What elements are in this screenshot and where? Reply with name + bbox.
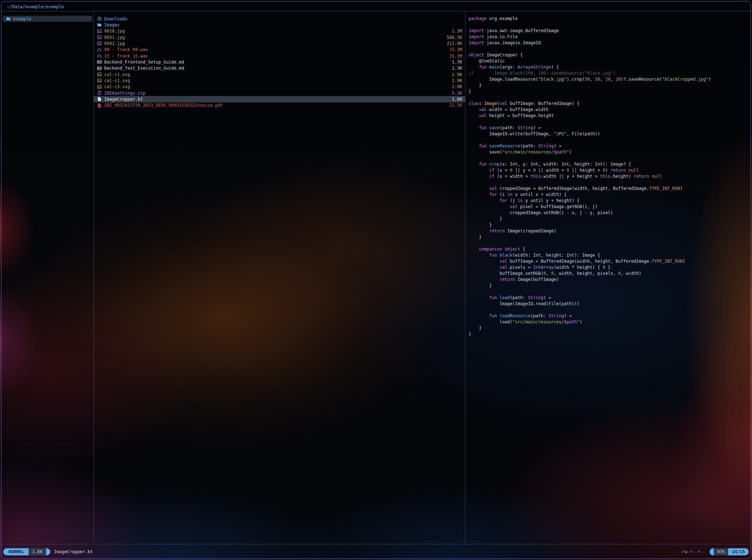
terminal-window: ~/Data/example/example example Downloads… <box>1 1 751 559</box>
code-line: Image(ImageIO.read(File(path))) <box>469 301 751 307</box>
file-row[interactable]: 0031.jpg586.3K <box>94 34 465 40</box>
status-bar: NORMAL 1.6K ImageCropper.kt -rw-r--r-- 9… <box>3 548 749 556</box>
file-name: SBI_0032013739_2023_DE05_0003155631Invoi… <box>104 103 449 108</box>
code-line: ImageIO.write(buffImage, "JPG", File(pat… <box>469 131 751 137</box>
file-name: cal-c2.svg <box>104 78 452 83</box>
code-line: val pixel = buffImage.getRGB(i, j) <box>469 204 751 210</box>
file-name: IDEAsettings.zip <box>104 91 452 96</box>
code-line: import javax.imageio.ImageIO <box>469 40 751 46</box>
code-line: package org.example <box>469 16 751 22</box>
code-line: buffImage.setRGB(0, 0, width, height, pi… <box>469 271 751 277</box>
file-row[interactable]: ImageCropper.kt1.6K <box>94 96 465 102</box>
preview-pane: package org.example import java.awt.imag… <box>465 11 751 544</box>
code-line: } <box>469 216 751 222</box>
file-name: example <box>13 16 92 21</box>
file-name: 0042.jpg <box>104 41 447 46</box>
file-size: 2.9K <box>452 78 462 83</box>
file-row[interactable]: Backend_Frontend_Setup_Guide.md1.7K <box>94 59 465 65</box>
download-icon <box>97 16 102 21</box>
file-row[interactable]: Downloads <box>94 16 465 22</box>
file-row[interactable]: 15 - Track 15.wav15.3M <box>94 53 465 59</box>
code-line: return Image(croppedImage) <box>469 228 751 234</box>
code-line <box>469 155 751 161</box>
file-size: 1.6K <box>452 97 462 102</box>
file-row[interactable]: Images <box>94 22 465 28</box>
code-line: class Image(val buffImage: BufferedImage… <box>469 101 751 107</box>
code-line <box>469 119 751 125</box>
file-name: cal-c3.svg <box>104 84 452 89</box>
file-row[interactable]: 09 - Track 09.wav15.3M <box>94 47 465 53</box>
code-line: save("src/main/resources/$path") <box>469 149 751 155</box>
file-row[interactable]: Backend_Test_Execution_Guide.md1.3K <box>94 65 465 71</box>
pdf-icon <box>97 103 102 108</box>
file-size: 1.3M <box>452 29 462 34</box>
code-line: } <box>469 331 751 337</box>
code-line: fun load(path: String) = <box>469 295 751 301</box>
powerline-cap-right <box>46 548 50 555</box>
file-size: 212.9K <box>447 41 462 46</box>
file-size: 1.3K <box>452 66 462 71</box>
file-row[interactable]: SBI_0032013739_2023_DE05_0003155631Invoi… <box>94 102 465 109</box>
code-line: import java.io.File <box>469 34 751 40</box>
code-line: if (x < 0 || y < 0 || width < 0 || heigh… <box>469 167 751 173</box>
code-line <box>469 240 751 246</box>
audio-icon <box>97 47 102 52</box>
file-row[interactable]: cal-c2.svg2.9K <box>94 77 465 84</box>
image-icon <box>97 35 102 40</box>
code-line: fun crop(x: Int, y: Int, width: Int, hei… <box>469 161 751 167</box>
current-directory-pane: DownloadsImages0028.jpg1.3M0031.jpg586.3… <box>94 11 465 544</box>
image-icon <box>97 78 102 83</box>
code-line: @JvmStatic <box>469 58 751 64</box>
archive-icon <box>97 91 102 95</box>
audio-icon <box>97 54 102 58</box>
file-name: Images <box>104 22 462 27</box>
code-line: fun main(args: Array<String>) { <box>469 64 751 70</box>
markdown-icon <box>97 60 102 64</box>
code-line: } <box>469 89 751 95</box>
screen: ~/Data/example/example example Downloads… <box>0 0 752 560</box>
file-size: 1.7K <box>452 60 462 65</box>
code-line: } <box>469 283 751 289</box>
code-line: object ImageCropper { <box>469 52 751 58</box>
file-name: cal-c1.svg <box>104 72 452 77</box>
code-line <box>469 289 751 295</box>
file-row[interactable]: IDEAsettings.zip5.2K <box>94 90 465 96</box>
file-name: Backend_Frontend_Setup_Guide.md <box>104 60 452 65</box>
file-size: 586.3K <box>447 35 462 40</box>
file-row[interactable]: example <box>3 16 92 22</box>
selected-file-name: ImageCropper.kt <box>54 549 92 554</box>
file-name: ImageCropper.kt <box>104 97 452 102</box>
file-name: Downloads <box>104 16 462 21</box>
code-line: val buffImage = BufferedImage(width, hei… <box>469 258 751 264</box>
file-size: 15.3M <box>449 54 462 59</box>
code-line: } <box>469 222 751 228</box>
code-line: if (x + width > this.width || y + height… <box>469 173 751 180</box>
file-size: 5.2K <box>452 91 462 96</box>
code-line: val pixels = IntArray(width * height) { … <box>469 264 751 271</box>
file-permissions: -rw-r--r-- <box>680 549 705 554</box>
file-icon <box>97 97 102 101</box>
code-preview: package org.example import java.awt.imag… <box>465 11 751 337</box>
code-line: // Image.black(100, 100).saveResource("b… <box>469 70 751 76</box>
code-line: } <box>469 325 751 331</box>
code-line: croppedImage.setRGB(i - x, j - y, pixel) <box>469 210 751 216</box>
scroll-percent: 93% <box>714 548 728 555</box>
code-line: fun saveResource(path: String) = <box>469 143 751 149</box>
file-row[interactable]: 0028.jpg1.3M <box>94 28 465 34</box>
code-line <box>469 180 751 186</box>
image-icon <box>97 29 102 34</box>
file-list: DownloadsImages0028.jpg1.3M0031.jpg586.3… <box>94 11 465 109</box>
code-line: companion object { <box>469 246 751 252</box>
code-line: fun save(path: String) = <box>469 125 751 131</box>
file-row[interactable]: 0042.jpg212.9K <box>94 40 465 46</box>
code-line <box>469 95 751 101</box>
cursor-position: 14/15 <box>728 548 749 555</box>
file-name: 15 - Track 15.wav <box>104 54 449 59</box>
folder-icon <box>6 16 11 21</box>
file-row[interactable]: cal-c1.svg2.9K <box>94 71 465 77</box>
code-line <box>469 22 751 28</box>
mode-indicator: NORMAL <box>3 548 29 555</box>
code-line: val width = buffImage.width <box>469 107 751 113</box>
file-row[interactable]: cal-c3.svg2.9K <box>94 84 465 90</box>
selected-file-size: 1.6K <box>29 548 46 555</box>
